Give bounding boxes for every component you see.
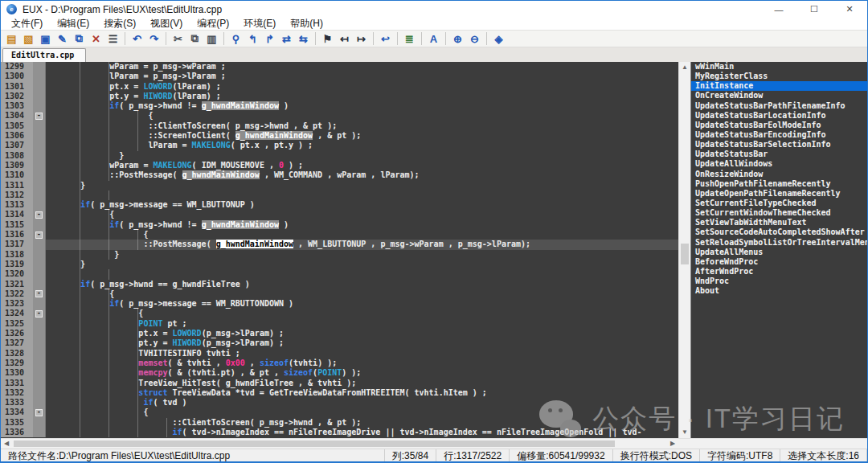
menu-item-6[interactable]: 帮助(H) — [283, 18, 330, 30]
code-line-1336[interactable]: 1336if( tvd->nImageIndex == nFileTreeIma… — [1, 428, 678, 437]
code-line-1328[interactable]: 1328TVHITTESTINFO tvhti ; — [1, 349, 678, 359]
cut-button[interactable]: ✂ — [170, 31, 186, 46]
find-next-button[interactable]: ↱ — [262, 31, 277, 46]
code-line-1303[interactable]: 1303if( p_msg->hwnd != g_hwndMainWindow … — [1, 101, 678, 111]
symbol-item[interactable]: About — [691, 286, 867, 296]
find-prev-button[interactable]: ↰ — [245, 31, 260, 46]
symbol-item[interactable]: UpdateOpenPathFilenameRecently — [691, 189, 867, 199]
menu-item-5[interactable]: 环境(E) — [236, 18, 283, 30]
about-button[interactable]: ◈ — [491, 31, 506, 46]
fold-collapse-icon[interactable]: - — [35, 409, 43, 416]
code-line-1313[interactable]: 1313if( p_msg->message == WM_LBUTTONUP ) — [1, 200, 678, 210]
vertical-scroll-thumb[interactable] — [681, 244, 689, 264]
symbol-item[interactable]: UpdateAllMenus — [691, 248, 867, 257]
symbol-item[interactable]: OnResizeWindow — [691, 170, 867, 179]
undo-button[interactable]: ↶ — [129, 31, 145, 46]
back-button[interactable]: ↩ — [378, 31, 393, 46]
symbol-item[interactable]: SetReloadSymbolListOrTreeIntervalMen — [691, 238, 867, 248]
horizontal-scroll-thumb[interactable] — [14, 440, 615, 447]
vertical-scroll-track[interactable] — [679, 73, 690, 427]
code-line-1323[interactable]: 1323if( p_msg->message == WM_RBUTTONDOWN… — [1, 299, 678, 309]
symbol-item[interactable]: SetViewTabWidthMenuText — [691, 218, 867, 227]
find-button[interactable]: ⚲ — [228, 31, 244, 46]
code-line-1306[interactable]: 1306::ScreenToClient( g_hwndMainWindow ,… — [1, 131, 678, 141]
code-line-1334[interactable]: 1334-{ — [1, 408, 678, 417]
code-line-1301[interactable]: 1301pt.x = LOWORD(lParam) ; — [1, 82, 678, 92]
fold-collapse-icon[interactable]: - — [35, 310, 43, 318]
copy-button[interactable]: ⧉ — [187, 31, 203, 46]
menu-item-0[interactable]: 文件(F) — [4, 18, 50, 30]
code-line-1319[interactable]: 1319} — [1, 260, 678, 269]
symbol-item[interactable]: UpdateStatusBar — [691, 150, 867, 159]
maximize-button[interactable]: ☐ — [796, 1, 832, 18]
symbol-item[interactable]: UpdateStatusBarEolModeInfo — [691, 121, 867, 130]
close-file-button[interactable]: ✕ — [88, 31, 104, 46]
zoom-in-button[interactable]: ⊕ — [450, 31, 465, 46]
scroll-down-icon[interactable]: ▼ — [679, 427, 690, 438]
code-line-1315[interactable]: 1315if( p_msg->hwnd != g_hwndMainWindow … — [1, 220, 678, 230]
symbol-item[interactable]: OnCreateWindow — [691, 91, 867, 100]
redo-button[interactable]: ↷ — [146, 31, 162, 46]
code-line-1318[interactable]: 1318} — [1, 250, 678, 260]
code-line-1317[interactable]: 1317::PostMessage( g_hwndMainWindow , WM… — [1, 240, 678, 249]
symbol-item[interactable]: SetSourceCodeAutoCompletedShowAfter — [691, 227, 867, 237]
code-line-1316[interactable]: 1316-{ — [1, 230, 678, 240]
scroll-up-icon[interactable]: ▲ — [679, 62, 690, 73]
save-button[interactable]: ▣ — [38, 31, 53, 46]
line-endings-button[interactable]: ≣ — [402, 31, 417, 46]
code-line-1333[interactable]: 1333if( tvd ) — [1, 398, 678, 408]
symbol-item[interactable]: UpdateAllWindows — [691, 159, 867, 169]
fold-collapse-icon[interactable]: - — [35, 113, 43, 120]
fold-collapse-icon[interactable]: - — [35, 232, 43, 239]
horizontal-scroll-track[interactable] — [12, 439, 667, 449]
tab-editultra-cpp[interactable]: EditUltra.cpp — [2, 48, 86, 62]
symbol-item-selected[interactable]: InitInstance — [691, 81, 867, 91]
code-line-1329[interactable]: 1329memset( & tvhti , 0x00 , sizeof(tvht… — [1, 359, 678, 368]
scroll-right-icon[interactable]: ▶ — [667, 439, 678, 449]
zoom-out-button[interactable]: ⊖ — [467, 31, 482, 46]
code-line-1302[interactable]: 1302pt.y = HIWORD(lParam) ; — [1, 92, 678, 101]
symbol-item[interactable]: BeforeWndProc — [691, 257, 867, 267]
code-line-1332[interactable]: 1332struct TreeViewData *tvd = GetTreeVi… — [1, 388, 678, 398]
minimize-button[interactable]: — — [761, 1, 796, 18]
fold-collapse-icon[interactable]: - — [35, 290, 43, 297]
symbol-item[interactable]: wWinMain — [691, 62, 867, 72]
code-line-1335[interactable]: 1335::ClientToScreen( p_msg->hwnd , & pt… — [1, 418, 678, 428]
menu-item-1[interactable]: 编辑(E) — [50, 18, 96, 30]
code-line-1310[interactable]: 1310::PostMessage( g_hwndMainWindow , WM… — [1, 170, 678, 180]
next-bookmark-button[interactable]: ↦ — [354, 31, 369, 46]
syntax-highlight-button[interactable]: A — [426, 31, 441, 46]
menu-item-4[interactable]: 编程(P) — [190, 18, 236, 30]
symbol-item[interactable]: PushOpenPathFilenameRecently — [691, 179, 867, 189]
open-file-button[interactable]: ▧ — [21, 31, 36, 46]
code-line-1322[interactable]: 1322-{ — [1, 289, 678, 299]
code-line-1321[interactable]: 1321if( p_msg->hwnd == g_hwndFileTree ) — [1, 280, 678, 289]
symbol-item[interactable]: WndProc — [691, 277, 867, 286]
paste-button[interactable]: ▥ — [204, 31, 219, 46]
code-line-1305[interactable]: 1305::ClientToScreen( p_msg->hwnd , & pt… — [1, 121, 678, 131]
code-line-1327[interactable]: 1327pt.y = HIWORD(p_msg->lParam) ; — [1, 338, 678, 348]
horizontal-scrollbar[interactable]: ◀ ▶ — [1, 439, 678, 449]
close-button[interactable]: ✕ — [832, 1, 867, 18]
code-line-1331[interactable]: 1331TreeView_HitTest( g_hwndFileTree , &… — [1, 379, 678, 388]
symbol-item[interactable]: UpdateStatusBarSelectionInfo — [691, 140, 867, 150]
replace-in-files-button[interactable]: ⇆ — [296, 31, 311, 46]
code-line-1299[interactable]: 1299wParam = p_msg->wParam ; — [1, 62, 678, 72]
prev-bookmark-button[interactable]: ↤ — [337, 31, 352, 46]
symbol-item[interactable]: UpdateStatusBarPathFilenameInfo — [691, 101, 867, 111]
code-line-1326[interactable]: 1326pt.x = LOWORD(p_msg->lParam) ; — [1, 329, 678, 338]
replace-button[interactable]: ⇄ — [279, 31, 294, 46]
symbol-item[interactable]: SetCurrentFileTypeChecked — [691, 199, 867, 208]
code-line-1307[interactable]: 1307lParam = MAKELONG( pt.x , pt.y ) ; — [1, 141, 678, 150]
scroll-left-icon[interactable]: ◀ — [1, 439, 12, 449]
save-all-button[interactable]: ⧉ — [72, 31, 87, 46]
symbol-item[interactable]: UpdateStatusBarEncodingInfo — [691, 130, 867, 140]
new-file-button[interactable]: ▤ — [4, 31, 19, 46]
code-line-1308[interactable]: 1308} — [1, 151, 678, 161]
symbol-item[interactable]: SetCurrentWindowThemeChecked — [691, 208, 867, 218]
symbol-item[interactable]: MyRegisterClass — [691, 72, 867, 81]
menu-item-2[interactable]: 搜索(S) — [96, 18, 143, 30]
code-line-1324[interactable]: 1324-{ — [1, 309, 678, 318]
vertical-scrollbar[interactable]: ▲ ▼ — [678, 62, 690, 438]
save-as-button[interactable]: ✎ — [55, 31, 70, 46]
